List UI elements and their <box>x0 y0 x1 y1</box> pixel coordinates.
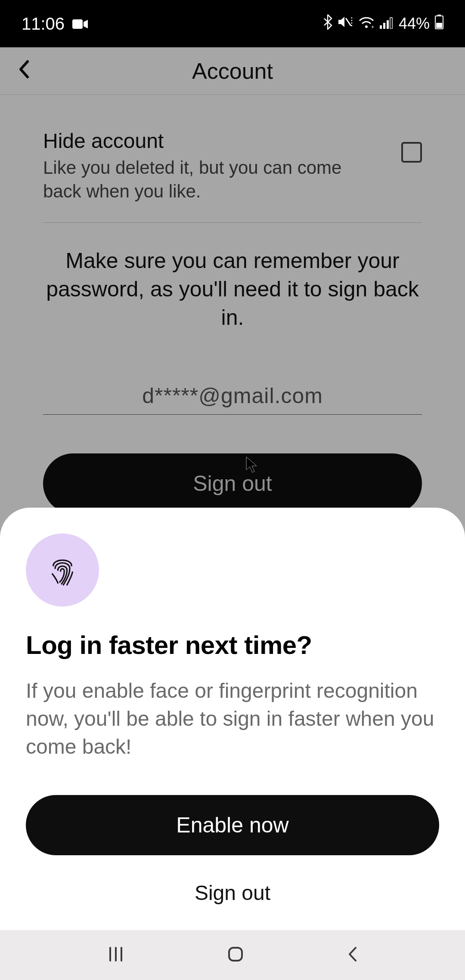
svg-rect-11 <box>436 23 442 28</box>
svg-rect-6 <box>383 23 385 29</box>
nav-recents-button[interactable] <box>107 945 125 965</box>
nav-back-button[interactable] <box>346 945 358 965</box>
video-icon <box>72 14 88 34</box>
hide-account-title: Hide account <box>43 129 384 153</box>
mute-vibrate-icon <box>338 15 353 33</box>
app-header: Account <box>0 47 465 95</box>
svg-rect-7 <box>387 20 389 29</box>
svg-point-3 <box>365 25 368 28</box>
enable-now-button[interactable]: Enable now <box>26 795 439 855</box>
svg-rect-5 <box>380 25 382 29</box>
svg-rect-15 <box>229 948 242 961</box>
page-content: Hide account Like you deleted it, but yo… <box>0 95 465 514</box>
battery-icon <box>435 15 443 33</box>
hide-account-subtitle: Like you deleted it, but you can come ba… <box>43 156 384 203</box>
bluetooth-icon <box>323 14 332 34</box>
signal-icon <box>380 15 394 33</box>
enable-now-label: Enable now <box>176 813 288 838</box>
page-title: Account <box>0 58 465 84</box>
modal-title: Log in faster next time? <box>26 630 439 660</box>
hide-account-text: Hide account Like you deleted it, but yo… <box>43 129 384 203</box>
fingerprint-icon <box>26 533 99 607</box>
svg-text:+: + <box>371 24 374 29</box>
modal-sign-out-label: Sign out <box>195 881 270 904</box>
sign-out-label: Sign out <box>193 471 272 496</box>
svg-rect-8 <box>390 18 392 29</box>
biometric-modal: Log in faster next time? If you enable f… <box>0 508 465 930</box>
back-button[interactable] <box>17 56 30 86</box>
status-left: 11:06 <box>22 14 88 34</box>
nav-home-button[interactable] <box>227 946 244 965</box>
hide-account-checkbox[interactable] <box>401 142 422 163</box>
sign-out-button[interactable]: Sign out <box>43 453 422 514</box>
modal-body: If you enable face or fingerprint recogn… <box>26 677 439 761</box>
wifi-icon: + <box>358 15 375 33</box>
battery-text: 44% <box>399 15 430 33</box>
system-nav-bar <box>0 930 465 980</box>
mouse-cursor-icon <box>245 456 257 478</box>
hide-account-row[interactable]: Hide account Like you deleted it, but yo… <box>43 129 422 223</box>
status-time: 11:06 <box>22 14 65 34</box>
password-hint: Make sure you can remember your password… <box>43 247 422 332</box>
svg-line-1 <box>346 18 351 26</box>
status-bar: 11:06 + 44% <box>0 0 465 47</box>
modal-sign-out-button[interactable]: Sign out <box>26 881 439 905</box>
status-right: + 44% <box>323 14 443 34</box>
email-field[interactable]: d*****@gmail.com <box>43 383 422 415</box>
svg-rect-0 <box>72 19 83 29</box>
